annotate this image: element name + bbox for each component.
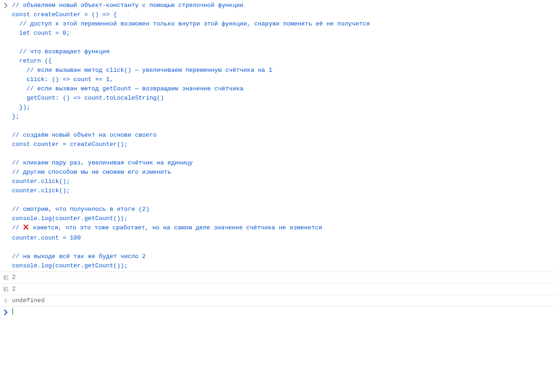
code-line: // что возвращает функция bbox=[12, 48, 110, 55]
console-prompt-input[interactable] bbox=[12, 308, 556, 317]
console-return-value[interactable]: undefined bbox=[12, 296, 556, 305]
svg-point-8 bbox=[7, 300, 8, 301]
code-line: let count = 0; bbox=[12, 30, 70, 37]
code-line: const createCounter = () => { bbox=[12, 11, 117, 18]
console-log-value[interactable]: 2 bbox=[12, 273, 556, 282]
code-line: }; bbox=[12, 113, 19, 120]
console-prompt-row[interactable] bbox=[0, 307, 556, 318]
code-line: // кликаем пару раз, увеличивая счётчик … bbox=[12, 159, 193, 166]
console-log-value[interactable]: 2 bbox=[12, 285, 556, 294]
return-arrow-icon bbox=[0, 296, 12, 303]
code-line: counter.click(); bbox=[12, 187, 70, 194]
code-line: // смотрим, что получилось в итоге (2) bbox=[12, 206, 149, 213]
svg-rect-0 bbox=[4, 275, 6, 280]
console-input-code[interactable]: // объявляем новый объект-константу с по… bbox=[12, 1, 556, 271]
text-caret bbox=[13, 308, 13, 315]
console-log-row: 2 bbox=[0, 272, 556, 284]
code-line: // другим способом мы не сможем его изме… bbox=[12, 169, 171, 176]
code-text: // bbox=[12, 224, 23, 231]
code-line: // объявляем новый объект-константу с по… bbox=[12, 2, 243, 9]
code-line: click: () => count += 1, bbox=[12, 76, 113, 83]
svg-rect-7 bbox=[6, 291, 8, 291]
svg-rect-2 bbox=[6, 277, 8, 278]
svg-rect-4 bbox=[4, 287, 6, 291]
code-line: // доступ к этой переменной возможен тол… bbox=[12, 20, 370, 27]
code-line: counter.count = 100 bbox=[12, 234, 81, 241]
input-chevron-icon bbox=[0, 1, 12, 8]
svg-rect-1 bbox=[6, 275, 8, 276]
svg-rect-5 bbox=[6, 287, 8, 288]
svg-rect-6 bbox=[6, 289, 8, 290]
code-text: кажется, что это тоже сработает, но на с… bbox=[29, 224, 322, 231]
code-line: return ({ bbox=[12, 57, 52, 64]
code-line: // если вызыван метод click() — увеличив… bbox=[12, 67, 272, 74]
code-line: console.log(counter.getCount()); bbox=[12, 215, 128, 222]
code-line: const counter = createCounter(); bbox=[12, 141, 128, 148]
prompt-chevron-icon bbox=[0, 308, 12, 315]
code-line: // кажется, что это тоже сработает, но н… bbox=[12, 224, 322, 231]
code-line: counter.click(); bbox=[12, 178, 70, 185]
log-source-icon bbox=[0, 273, 12, 280]
console-log-row: 2 bbox=[0, 284, 556, 295]
code-line: getCount: () => count.toLocaleString() bbox=[12, 95, 164, 101]
code-line: // создаём новый объект на основе своего bbox=[12, 132, 157, 139]
cross-mark-icon bbox=[23, 224, 29, 234]
svg-rect-3 bbox=[6, 279, 8, 280]
console-input-row: // объявляем новый объект-константу с по… bbox=[0, 0, 556, 272]
console-return-row: undefined bbox=[0, 295, 556, 307]
code-line: console.log(counter.getCount()); bbox=[12, 262, 128, 269]
code-line: }); bbox=[12, 104, 30, 111]
code-line: // если вызван метод getCount — возвраща… bbox=[12, 85, 243, 92]
code-line: // на выходе всё так же будет число 2 bbox=[12, 253, 146, 260]
log-source-icon bbox=[0, 285, 12, 292]
